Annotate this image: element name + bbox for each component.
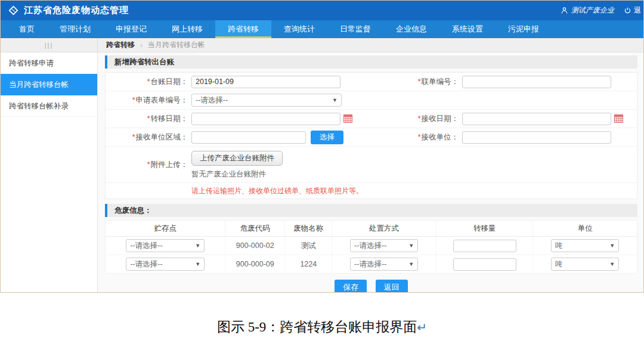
receive-region-input[interactable] (191, 131, 306, 144)
nav-item-sludge-declare[interactable]: 污泥申报 (496, 20, 552, 38)
required-mark: * (418, 114, 421, 123)
upload-note-text: 请上传运输照片、接收单位过磅单、纸质联单照片等。 (106, 186, 363, 196)
storage-point-select[interactable]: --请选择--▼ (126, 258, 205, 271)
storage-point-select[interactable]: --请选择--▼ (126, 239, 205, 252)
nav-item-management-plan[interactable]: 管理计划 (47, 20, 103, 38)
power-icon (624, 7, 631, 14)
waste-name-cell: 1224 (285, 255, 332, 274)
nav-item-query-statistics[interactable]: 查询统计 (271, 20, 327, 38)
sidebar-item-current-month-ledger[interactable]: 当月跨省转移台帐 (1, 74, 97, 95)
calendar-icon[interactable] (343, 114, 352, 123)
waste-code-cell: 900-000-09 (225, 255, 285, 274)
transfer-date-label: *转移日期： (106, 114, 188, 124)
figure-caption: 图示 5-9：跨省转移台账申报界面↵ (0, 318, 644, 336)
sidebar-item-transfer-apply[interactable]: 跨省转移申请 (1, 52, 97, 74)
select-value: --请选择-- (354, 259, 386, 269)
choose-region-button[interactable]: 选择 (311, 131, 343, 144)
form-section-title: 新增跨省转出台账 (105, 55, 637, 69)
app-window: 江苏省危险废物动态管理 测试产废企业 退 首页 管理计划 申报登记 网上转移 跨… (0, 0, 644, 293)
ledger-date-label: *台账日期： (106, 77, 188, 87)
sidebar-collapse-toggle[interactable]: ||| (1, 38, 98, 52)
receive-date-label: *接收日期： (380, 114, 459, 124)
save-button[interactable]: 保存 (335, 280, 367, 293)
waste-info-section-title: 危废信息： (105, 204, 637, 217)
form-row-attachment: *附件上传： 上传产废企业台账附件 暂无产废企业台账附件 (106, 147, 637, 183)
col-transfer-amount: 转移量 (436, 221, 533, 237)
col-disposal-method: 处置方式 (332, 221, 436, 237)
logout-label: 退 (634, 5, 641, 16)
main-content: 新增跨省转出台账 *台账日期： *联单编号： *申请表单编号： --请选择-- … (98, 52, 643, 293)
required-mark: * (147, 114, 150, 123)
transfer-amount-input[interactable] (453, 240, 516, 252)
field-label-text: 联单编号： (422, 78, 459, 86)
breadcrumb-current: 当月跨省转移台帐 (148, 40, 205, 50)
user-area: 测试产废企业 退 (561, 5, 636, 16)
chevron-down-icon: ▼ (332, 97, 338, 103)
nav-item-cross-province-transfer[interactable]: 跨省转移 (215, 20, 271, 38)
title-bar: 江苏省危险废物动态管理 测试产废企业 退 (1, 1, 643, 20)
upload-attachment-button[interactable]: 上传产废企业台账附件 (191, 151, 283, 166)
field-label-text: 申请表单编号： (136, 96, 188, 104)
required-mark: * (147, 160, 150, 169)
required-mark: * (132, 96, 135, 104)
app-logo-icon (8, 5, 19, 16)
figure-caption-text: 图示 5-9：跨省转移台账申报界面 (217, 320, 417, 334)
nav-item-daily-supervision[interactable]: 日常监督 (327, 20, 383, 38)
chevron-down-icon: ▼ (195, 243, 200, 249)
table-header-row: 贮存点 危废代码 废物名称 处置方式 转移量 单位 (106, 221, 637, 237)
waste-code-cell: 900-000-02 (225, 237, 285, 255)
required-mark: * (147, 78, 150, 86)
form-row: *申请表单编号： --请选择-- ▼ (106, 91, 637, 110)
field-label-text: 接收单位： (422, 133, 459, 141)
user-name[interactable]: 测试产废企业 (571, 5, 614, 16)
field-label-text: 转移日期： (151, 114, 188, 123)
field-label-text: 接收单位区域： (136, 133, 188, 141)
ledger-date-input[interactable] (191, 76, 340, 88)
transfer-amount-input[interactable] (453, 258, 516, 271)
breadcrumb-parent[interactable]: 跨省转移 (106, 40, 135, 50)
transfer-ledger-form: *台账日期： *联单编号： *申请表单编号： --请选择-- ▼ (105, 72, 637, 199)
logout-button[interactable]: 退 (624, 5, 641, 16)
nav-item-system-settings[interactable]: 系统设置 (439, 20, 496, 38)
receive-unit-input[interactable] (462, 131, 611, 144)
table-row: --请选择--▼ 900-000-02 测试 --请选择--▼ 吨▼ (106, 237, 637, 255)
table-row: --请选择--▼ 900-000-09 1224 --请选择--▼ 吨▼ (106, 255, 637, 274)
form-row-note: 请上传运输照片、接收单位过磅单、纸质联单照片等。 (106, 183, 637, 199)
apply-form-no-select[interactable]: --请选择-- ▼ (191, 94, 342, 107)
disposal-method-select[interactable]: --请选择--▼ (350, 258, 418, 271)
chevron-down-icon: ▼ (609, 261, 615, 267)
app-title: 江苏省危险废物动态管理 (24, 5, 129, 16)
nav-item-declare-register[interactable]: 申报登记 (103, 20, 159, 38)
required-mark: * (132, 133, 135, 141)
transfer-date-input[interactable] (191, 113, 340, 125)
field-label-text: 接收日期： (422, 114, 459, 123)
unit-select[interactable]: 吨▼ (551, 258, 619, 271)
nav-item-online-transfer[interactable]: 网上转移 (159, 20, 215, 38)
manifest-no-label: *联单编号： (380, 77, 459, 87)
breadcrumb-separator-icon: › (140, 41, 143, 49)
unit-select[interactable]: 吨▼ (551, 239, 619, 252)
form-actions: 保存 返回 (105, 274, 637, 293)
receive-region-label: *接收单位区域： (106, 132, 188, 142)
disposal-method-select[interactable]: --请选择--▼ (350, 239, 418, 252)
select-value: --请选择-- (130, 259, 162, 269)
sidebar: 跨省转移申请 当月跨省转移台帐 跨省转移台帐补录 (1, 52, 98, 293)
nav-item-enterprise-info[interactable]: 企业信息 (383, 20, 439, 38)
form-row: *转移日期： *接收日期： (106, 110, 637, 128)
breadcrumb: 跨省转移 › 当月跨省转移台帐 (98, 38, 205, 52)
sidebar-item-ledger-supplement[interactable]: 跨省转移台帐补录 (1, 95, 97, 117)
select-value: --请选择-- (196, 95, 228, 106)
chevron-down-icon: ▼ (609, 243, 615, 249)
attachment-field: 上传产废企业台账附件 暂无产废企业台账附件 (188, 147, 283, 182)
col-waste-code: 危废代码 (225, 221, 285, 237)
attachment-empty-text: 暂无产废企业台账附件 (191, 169, 283, 179)
calendar-icon[interactable] (614, 114, 623, 123)
back-button[interactable]: 返回 (376, 280, 408, 293)
receive-date-input[interactable] (462, 113, 611, 125)
field-label-text: 台账日期： (151, 78, 188, 86)
manifest-no-input[interactable] (462, 76, 611, 88)
main-nav: 首页 管理计划 申报登记 网上转移 跨省转移 查询统计 日常监督 企业信息 系统… (1, 20, 643, 38)
nav-item-home[interactable]: 首页 (7, 20, 47, 38)
col-unit: 单位 (533, 221, 637, 237)
return-mark-icon: ↵ (417, 320, 427, 334)
